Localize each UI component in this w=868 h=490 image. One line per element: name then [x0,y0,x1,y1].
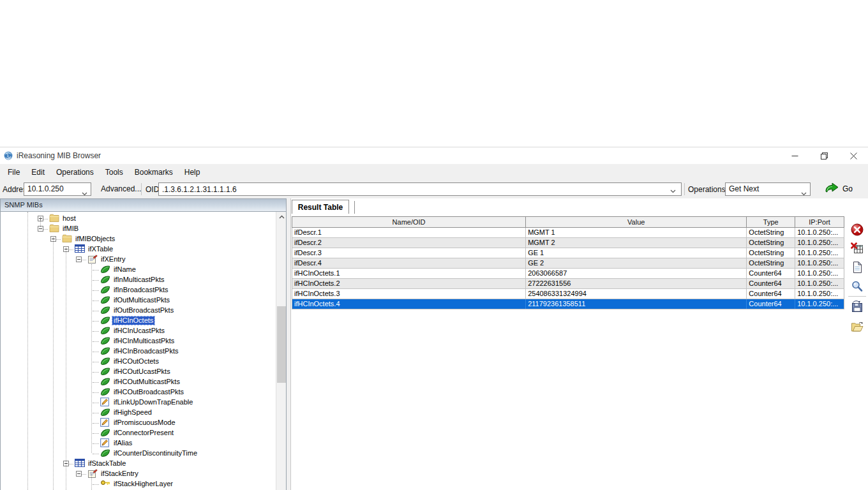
entry-icon [87,255,98,265]
tree-row[interactable]: ifHighSpeed [1,408,276,418]
table-row[interactable]: ifDescr.4 GE 2 OctetString 10.1.0.250:..… [292,258,844,269]
side-toolbar [847,198,868,490]
tree-item-label[interactable]: ifConnectorPresent [112,429,175,437]
tree-item-label[interactable]: ifHCOutUcastPkts [112,368,172,376]
tree-row[interactable]: ifStackTable [1,459,276,469]
operations-combobox[interactable]: Get Next [725,182,811,196]
tree-item-label[interactable]: ifXEntry [100,255,127,264]
tree-connector [93,341,99,342]
menu-edit[interactable]: Edit [27,166,49,179]
tree-row[interactable]: host [1,214,276,224]
tree-scrollbar[interactable] [276,212,286,490]
tree-row[interactable]: ifHCOutOctets [1,357,276,367]
tree-row[interactable]: ifPromiscuousMode [1,418,276,428]
tree-item-label[interactable]: ifHighSpeed [112,408,153,417]
tree-item-label[interactable]: ifInMulticastPkts [112,276,165,284]
tree-row[interactable]: ifAlias [1,438,276,449]
menu-operations[interactable]: Operations [52,166,98,179]
tree-item-label[interactable]: ifHCInUcastPkts [112,327,166,335]
tree-row[interactable]: ifCounterDiscontinuityTime [1,449,276,459]
stop-icon[interactable] [850,223,864,237]
tree-row[interactable]: ifHCInOctets [1,316,276,326]
tree-row[interactable]: ifLinkUpDownTrapEnable [1,397,276,408]
tree-item-label[interactable]: ifHCInOctets [112,316,154,325]
tree-row[interactable]: ifName [1,265,276,275]
table-row[interactable]: ifDescr.2 MGMT 2 OctetString 10.1.0.250:… [292,238,844,248]
tree-row[interactable]: ifHCOutBroadcastPkts [1,387,276,397]
tree-row[interactable]: ifHCInUcastPkts [1,326,276,336]
tab-result-table[interactable]: Result Table [292,200,349,214]
leaf-icon [100,357,110,367]
go-button[interactable]: Go [825,182,853,195]
tree-row[interactable]: ifInMulticastPkts [1,275,276,285]
tree-item-label[interactable]: ifStackHigherLayer [112,480,174,488]
tree-item-label[interactable]: ifCounterDiscontinuityTime [112,449,198,457]
tree-item-label[interactable]: ifPromiscuousMode [112,419,177,427]
tree-row[interactable]: ifOutBroadcastPkts [1,306,276,316]
tree-row[interactable]: ifHCInBroadcastPkts [1,346,276,357]
tree-item-label[interactable]: ifInBroadcastPkts [112,286,170,294]
restore-button[interactable] [809,147,839,164]
tree-row[interactable]: ifXEntry [1,255,276,265]
column-header-ip-port[interactable]: IP:Port [795,217,844,227]
tree-row[interactable]: ifHCInMulticastPkts [1,336,276,346]
column-header-type[interactable]: Type [747,217,795,227]
tree-item-label[interactable]: ifXTable [87,245,114,253]
tree-item-label[interactable]: ifHCInBroadcastPkts [112,347,179,355]
tree-row[interactable]: ifStackHigherLayer [1,479,276,489]
export-icon[interactable] [850,299,864,313]
tree-item-label[interactable]: ifHCInMulticastPkts [112,337,176,345]
close-button[interactable] [839,147,868,164]
tree-item-label[interactable]: ifHCOutBroadcastPkts [112,388,185,396]
minimize-button[interactable] [780,147,809,164]
tree-item-label[interactable]: ifStackTable [87,459,127,468]
new-document-icon[interactable] [850,260,864,274]
leaf-icon [100,346,110,357]
tree-row[interactable]: ifInBroadcastPkts [1,285,276,295]
tree-item-label[interactable]: ifMIB [61,225,80,233]
clear-table-icon[interactable] [850,241,864,255]
tree-item-label[interactable]: ifHCOutMulticastPkts [112,378,181,386]
tree-item-label[interactable]: ifStackEntry [100,470,140,478]
open-folder-icon[interactable] [850,320,864,334]
scroll-up-icon[interactable] [276,212,287,222]
tree-row[interactable]: ifHCOutMulticastPkts [1,377,276,387]
tree-item-label[interactable]: ifOutBroadcastPkts [112,306,175,315]
find-icon[interactable] [850,279,864,293]
address-combobox[interactable]: 10.1.0.250 [24,182,91,196]
cell-name-oid: ifDescr.1 [292,228,526,237]
tree-row[interactable]: ifHCOutUcastPkts [1,367,276,377]
table-row[interactable]: ifDescr.1 MGMT 1 OctetString 10.1.0.250:… [292,228,844,238]
table-row[interactable]: ifDescr.3 GE 1 OctetString 10.1.0.250:..… [292,248,844,258]
tree-row[interactable]: ifOutMulticastPkts [1,295,276,306]
tree-item-label[interactable]: ifAlias [112,439,133,447]
tree-item-label[interactable]: ifMIBObjects [74,235,116,243]
oid-input[interactable] [158,182,682,196]
scrollbar-thumb[interactable] [277,306,286,383]
advanced-button[interactable]: Advanced... [96,183,146,195]
tree-row[interactable]: ifConnectorPresent [1,428,276,438]
tree-item-label[interactable]: ifHCOutOctets [112,357,160,366]
tree-item-label[interactable]: ifOutMulticastPkts [112,296,171,304]
tree-row[interactable]: ifStackEntry [1,469,276,479]
table-row[interactable]: ifHCInOctets.1 2063066587 Counter64 10.1… [292,269,844,279]
collapse-toggle-icon[interactable] [76,256,82,262]
tree-item-label[interactable]: ifName [112,265,137,274]
oid-chevron-down-icon[interactable] [670,187,676,195]
tree-item-label[interactable]: host [61,214,77,223]
menu-bookmarks[interactable]: Bookmarks [131,166,177,179]
table-row[interactable]: ifHCInOctets.3 254086331324994 Counter64… [292,289,844,299]
column-header-value[interactable]: Value [526,217,747,227]
column-header-name-oid[interactable]: Name/OID [292,217,526,227]
table-row[interactable]: ifHCInOctets.2 27222631556 Counter64 10.… [292,279,844,289]
address-value: 10.1.0.250 [27,184,64,193]
menu-tools[interactable]: Tools [101,166,127,179]
tree-row[interactable]: ifMIB [1,224,276,234]
collapse-toggle-icon[interactable] [76,471,82,477]
table-row[interactable]: ifHCInOctets.4 211792361358511 Counter64… [292,299,844,309]
tree-row[interactable]: ifMIBObjects [1,234,276,244]
menu-help[interactable]: Help [181,166,204,179]
tree-item-label[interactable]: ifLinkUpDownTrapEnable [112,398,194,406]
tree-row[interactable]: ifXTable [1,244,276,255]
menu-file[interactable]: File [4,166,24,179]
